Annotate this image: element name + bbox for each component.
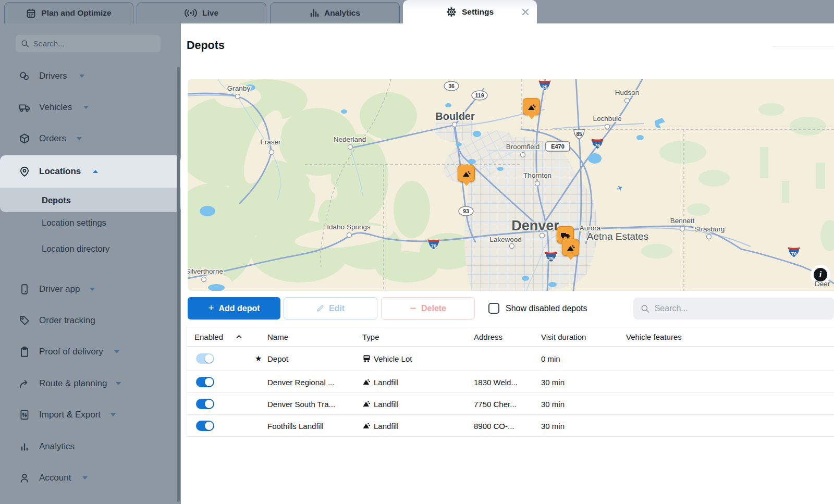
pencil-icon — [316, 304, 324, 312]
map[interactable]: ✈ — [188, 79, 834, 291]
enabled-toggle[interactable] — [196, 353, 214, 364]
enabled-toggle[interactable] — [196, 399, 214, 409]
sidebar-item-vehicles[interactable]: Vehicles — [0, 96, 181, 119]
sidebar-item-drivers[interactable]: Drivers — [0, 65, 181, 88]
cell-name: Denver Regional ... — [267, 377, 334, 386]
table-row[interactable]: Foothills Landfill Landfill 8900 CO-... … — [187, 415, 834, 437]
truck-icon — [19, 102, 30, 113]
map-label: Thornton — [523, 171, 551, 179]
column-header-address[interactable]: Address — [474, 333, 502, 341]
route-shield: 36 — [448, 83, 455, 89]
table-search[interactable] — [633, 298, 834, 319]
column-header-name[interactable]: Name — [267, 333, 288, 341]
sidebar-item-location-directory[interactable]: Location directory — [0, 237, 181, 260]
smartphone-icon — [19, 284, 30, 295]
column-header-enabled[interactable]: Enabled — [194, 333, 223, 341]
chevron-down-icon — [111, 413, 116, 416]
calendar-icon — [26, 8, 36, 18]
route-shield: 119 — [475, 92, 484, 99]
sidebar-item-import-export[interactable]: Import & Export — [0, 403, 181, 426]
search-icon — [641, 304, 649, 313]
edit-button[interactable]: Edit — [284, 297, 377, 319]
map-label: Lochbuie — [593, 115, 622, 122]
enabled-toggle[interactable] — [196, 421, 214, 431]
sidebar-item-driver-app[interactable]: Driver app — [0, 278, 181, 301]
interstate-shield: 25 — [548, 255, 554, 261]
tab-label: Analytics — [324, 8, 360, 18]
column-header-vehicle-features[interactable]: Vehicle features — [626, 333, 682, 341]
cell-name: Denver South Tra... — [267, 399, 335, 408]
show-disabled-label: Show disabled depots — [506, 304, 587, 313]
sidebar-item-account[interactable]: Account — [0, 466, 181, 489]
tag-icon — [19, 315, 30, 326]
sidebar-item-analytics[interactable]: Analytics — [0, 435, 181, 458]
route-arrow-icon — [19, 378, 30, 389]
sort-asc-icon[interactable] — [236, 335, 242, 339]
sidebar-item-order-tracking[interactable]: Order tracking — [0, 309, 181, 332]
map-label: Fraser — [260, 138, 281, 146]
sidebar-scrollbar[interactable] — [177, 67, 180, 502]
map-marker-landfill[interactable] — [523, 98, 540, 115]
tab-live[interactable]: Live — [137, 2, 266, 23]
vehicle-lot-icon — [362, 354, 371, 363]
cell-type: Landfill — [374, 399, 399, 408]
sidebar-item-locations[interactable]: Locations — [0, 160, 181, 183]
table-search-input[interactable] — [655, 304, 827, 313]
minus-icon — [410, 305, 416, 312]
plus-icon: + — [208, 302, 214, 314]
cell-visit-duration: 30 min — [541, 377, 565, 386]
cell-type: Landfill — [374, 421, 399, 430]
chevron-down-icon — [79, 75, 84, 78]
enabled-toggle[interactable] — [196, 377, 214, 387]
map-label: Aetna Estates — [587, 231, 648, 242]
depots-table: Enabled Name Type Address Visit duration… — [187, 327, 834, 437]
map-marker-landfill[interactable] — [562, 239, 579, 256]
map-label: Bennett — [670, 217, 695, 225]
sidebar-search[interactable] — [16, 35, 161, 52]
show-disabled-checkbox[interactable] — [488, 303, 499, 314]
sidebar-item-proof-of-delivery[interactable]: Proof of delivery — [0, 340, 181, 363]
map-label: Broomfield — [506, 143, 540, 151]
chevron-down-icon — [77, 137, 82, 140]
page-title: Depots — [187, 39, 225, 52]
sidebar-item-route-planning[interactable]: Route & planning — [0, 372, 181, 395]
map-label: Granby — [227, 84, 251, 92]
tab-settings[interactable]: Settings — [403, 0, 537, 23]
map-label: Denver — [511, 218, 559, 233]
chevron-down-icon — [90, 288, 95, 291]
close-icon[interactable] — [522, 8, 529, 16]
table-row[interactable]: Denver Regional ... Landfill 1830 Weld..… — [187, 371, 834, 393]
sidebar-item-orders[interactable]: Orders — [0, 127, 181, 150]
tab-plan-and-optimize[interactable]: Plan and Optimize — [4, 2, 133, 23]
column-header-type[interactable]: Type — [362, 333, 379, 341]
chevron-down-icon — [114, 350, 119, 353]
table-header: Enabled Name Type Address Visit duration… — [187, 327, 834, 347]
cell-visit-duration: 30 min — [541, 399, 565, 408]
table-row[interactable]: Denver South Tra... Landfill 7750 Cher..… — [187, 393, 834, 415]
bar-chart-icon — [310, 9, 319, 17]
sidebar-search-input[interactable] — [33, 39, 155, 48]
cell-visit-duration: 0 min — [541, 354, 560, 363]
column-header-visit-duration[interactable]: Visit duration — [541, 333, 586, 341]
bar-chart-icon — [19, 441, 30, 452]
route-shield: 93 — [463, 208, 469, 214]
delete-button[interactable]: Delete — [381, 297, 475, 319]
cell-address: 1830 Weld... — [474, 377, 518, 386]
sidebar-item-location-settings[interactable]: Location settings — [0, 211, 181, 234]
cell-name: Depot — [267, 354, 288, 363]
cell-address: 7750 Cher... — [474, 399, 517, 408]
sidebar-item-depots[interactable]: Depots — [0, 189, 181, 212]
table-row[interactable]: ★ Depot Vehicle Lot 0 min — [187, 347, 834, 371]
tab-label: Plan and Optimize — [41, 8, 111, 18]
tab-analytics[interactable]: Analytics — [270, 2, 400, 23]
add-depot-button[interactable]: +Add depot — [188, 297, 280, 319]
broadcast-icon — [185, 9, 197, 17]
landfill-icon — [362, 421, 371, 429]
cell-address: 8900 CO-... — [474, 421, 514, 430]
main-panel: Depots — [181, 23, 834, 504]
landfill-icon — [362, 399, 371, 408]
location-pin-icon — [19, 166, 30, 177]
toll-shield: E470 — [551, 143, 565, 150]
map-marker-landfill[interactable] — [458, 165, 475, 182]
cell-visit-duration: 30 min — [541, 421, 565, 430]
